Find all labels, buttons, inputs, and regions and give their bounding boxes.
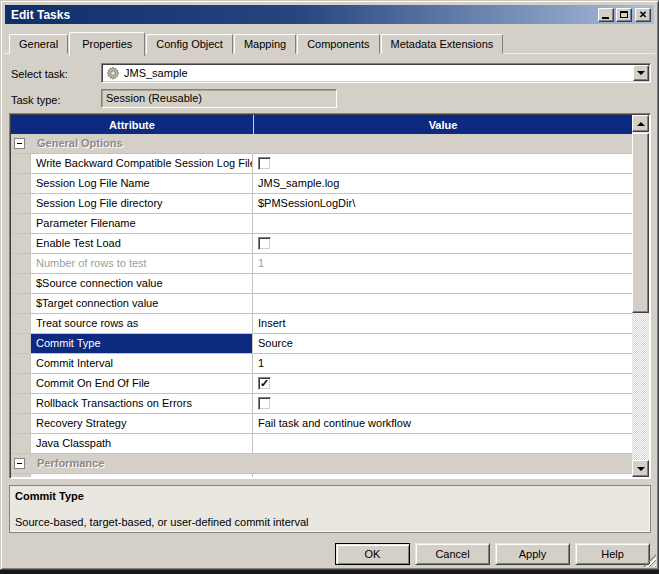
properties-grid: Attribute Value General OptionsWrite Bac… xyxy=(9,113,651,479)
tab-components[interactable]: Components xyxy=(297,34,379,54)
grid-row-session-log-file-name[interactable]: Session Log File NameJMS_sample.log xyxy=(11,174,632,194)
select-task-label: Select task: xyxy=(11,68,68,80)
attribute-cell[interactable]: Number of rows to test xyxy=(31,254,253,273)
group-row-general-options[interactable]: General Options xyxy=(11,134,632,154)
scroll-down-button[interactable] xyxy=(632,460,649,477)
attribute-cell[interactable]: Commit Type xyxy=(31,334,253,353)
select-task-combobox[interactable]: JMS_sample xyxy=(101,63,651,83)
task-type-field: Session (Reusable) xyxy=(101,89,337,108)
checkbox[interactable] xyxy=(258,397,271,410)
attribute-description-panel: Commit Type Source-based, target-based, … xyxy=(9,485,651,533)
checkbox[interactable] xyxy=(258,157,271,170)
value-cell[interactable] xyxy=(253,274,632,293)
row-margin-cell xyxy=(11,234,31,253)
attribute-cell[interactable]: Java Classpath xyxy=(31,434,253,453)
row-margin-cell xyxy=(11,254,31,273)
row-margin-cell xyxy=(11,194,31,213)
attribute-cell[interactable]: Enable Test Load xyxy=(31,234,253,253)
row-margin-cell xyxy=(11,154,31,173)
value-cell[interactable]: Auto xyxy=(253,474,632,477)
grid-row-session-log-file-directory[interactable]: Session Log File directory$PMSessionLogD… xyxy=(11,194,632,214)
grid-row-write-backward-compatible-session-log-file[interactable]: Write Backward Compatible Session Log Fi… xyxy=(11,154,632,174)
minimize-button[interactable] xyxy=(598,8,614,22)
row-margin-cell xyxy=(11,274,31,293)
attribute-cell[interactable]: Write Backward Compatible Session Log Fi… xyxy=(31,154,253,173)
grid-row-commit-type[interactable]: Commit TypeSource xyxy=(11,334,632,354)
row-margin-cell xyxy=(11,394,31,413)
value-cell[interactable]: Insert xyxy=(253,314,632,333)
chevron-down-icon xyxy=(637,71,645,75)
close-button[interactable]: ✕ xyxy=(635,8,651,22)
value-cell[interactable] xyxy=(253,214,632,233)
grid-row-parameter-filename[interactable]: Parameter Filename xyxy=(11,214,632,234)
attribute-cell[interactable]: DTM buffer size xyxy=(31,474,253,477)
grid-row-target-connection-value[interactable]: $Target connection value xyxy=(11,294,632,314)
tab-strip: GeneralPropertiesConfig ObjectMappingCom… xyxy=(9,30,654,54)
attribute-cell[interactable]: Commit Interval xyxy=(31,354,253,373)
checkbox[interactable] xyxy=(258,237,271,250)
row-margin-cell xyxy=(11,354,31,373)
grid-row-commit-on-end-of-file[interactable]: Commit On End Of File✓ xyxy=(11,374,632,394)
tab-config-object[interactable]: Config Object xyxy=(146,34,233,54)
tab-general[interactable]: General xyxy=(9,34,68,54)
attribute-cell[interactable]: $Target connection value xyxy=(31,294,253,313)
attribute-cell[interactable]: Session Log File Name xyxy=(31,174,253,193)
value-cell[interactable] xyxy=(253,234,632,253)
tab-metadata-extensions[interactable]: Metadata Extensions xyxy=(381,34,504,54)
attribute-cell[interactable]: $Source connection value xyxy=(31,274,253,293)
vertical-scrollbar[interactable] xyxy=(632,115,649,477)
collapse-button[interactable] xyxy=(14,458,25,469)
attribute-cell[interactable]: Parameter Filename xyxy=(31,214,253,233)
tab-mapping[interactable]: Mapping xyxy=(234,34,296,54)
row-margin-cell xyxy=(11,174,31,193)
scroll-up-button[interactable] xyxy=(632,115,649,132)
attribute-cell[interactable]: Commit On End Of File xyxy=(31,374,253,393)
grid-row-enable-test-load[interactable]: Enable Test Load xyxy=(11,234,632,254)
grid-row-rollback-transactions-on-errors[interactable]: Rollback Transactions on Errors xyxy=(11,394,632,414)
value-cell[interactable] xyxy=(253,394,632,413)
ok-button[interactable]: OK xyxy=(335,543,410,565)
row-margin-cell xyxy=(11,334,31,353)
group-row-performance[interactable]: Performance xyxy=(11,454,632,474)
value-cell[interactable]: 1 xyxy=(253,354,632,373)
grid-row-commit-interval[interactable]: Commit Interval1 xyxy=(11,354,632,374)
grid-header: Attribute Value xyxy=(11,115,632,134)
grid-row-source-connection-value[interactable]: $Source connection value xyxy=(11,274,632,294)
row-margin-cell xyxy=(11,314,31,333)
value-cell[interactable]: Source xyxy=(253,334,632,353)
value-cell[interactable] xyxy=(253,434,632,453)
maximize-button[interactable] xyxy=(616,8,632,22)
cancel-button[interactable]: Cancel xyxy=(415,543,490,565)
grid-row-dtm-buffer-size[interactable]: DTM buffer sizeAuto xyxy=(11,474,632,477)
edit-tasks-dialog: Edit Tasks ✕ GeneralPropertiesConfig Obj… xyxy=(0,0,659,570)
scrollbar-thumb[interactable] xyxy=(632,133,649,313)
description-text: Source-based, target-based, or user-defi… xyxy=(15,516,308,528)
checkbox[interactable]: ✓ xyxy=(258,377,271,390)
apply-button[interactable]: Apply xyxy=(495,543,570,565)
help-button[interactable]: Help xyxy=(575,543,650,565)
select-task-dropdown-button[interactable] xyxy=(633,65,649,81)
value-cell[interactable]: Fail task and continue workflow xyxy=(253,414,632,433)
row-margin-cell xyxy=(11,214,31,233)
attribute-cell[interactable]: Recovery Strategy xyxy=(31,414,253,433)
grid-row-number-of-rows-to-test[interactable]: Number of rows to test1 xyxy=(11,254,632,274)
row-margin-cell xyxy=(11,294,31,313)
collapse-button[interactable] xyxy=(14,138,25,149)
grid-row-treat-source-rows-as[interactable]: Treat source rows asInsert xyxy=(11,314,632,334)
attribute-cell[interactable]: Session Log File directory xyxy=(31,194,253,213)
value-cell[interactable]: ✓ xyxy=(253,374,632,393)
value-cell[interactable]: 1 xyxy=(253,254,632,273)
arrow-down-icon xyxy=(637,467,645,471)
grid-row-recovery-strategy[interactable]: Recovery StrategyFail task and continue … xyxy=(11,414,632,434)
grid-row-java-classpath[interactable]: Java Classpath xyxy=(11,434,632,454)
value-cell[interactable] xyxy=(253,294,632,313)
window-title: Edit Tasks xyxy=(8,8,596,22)
attribute-cell[interactable]: Rollback Transactions on Errors xyxy=(31,394,253,413)
value-cell[interactable] xyxy=(253,154,632,173)
attribute-column-header: Attribute xyxy=(11,115,254,134)
description-title: Commit Type xyxy=(15,490,84,502)
attribute-cell[interactable]: Treat source rows as xyxy=(31,314,253,333)
value-cell[interactable]: $PMSessionLogDir\ xyxy=(253,194,632,213)
tab-properties[interactable]: Properties xyxy=(69,32,145,56)
value-cell[interactable]: JMS_sample.log xyxy=(253,174,632,193)
